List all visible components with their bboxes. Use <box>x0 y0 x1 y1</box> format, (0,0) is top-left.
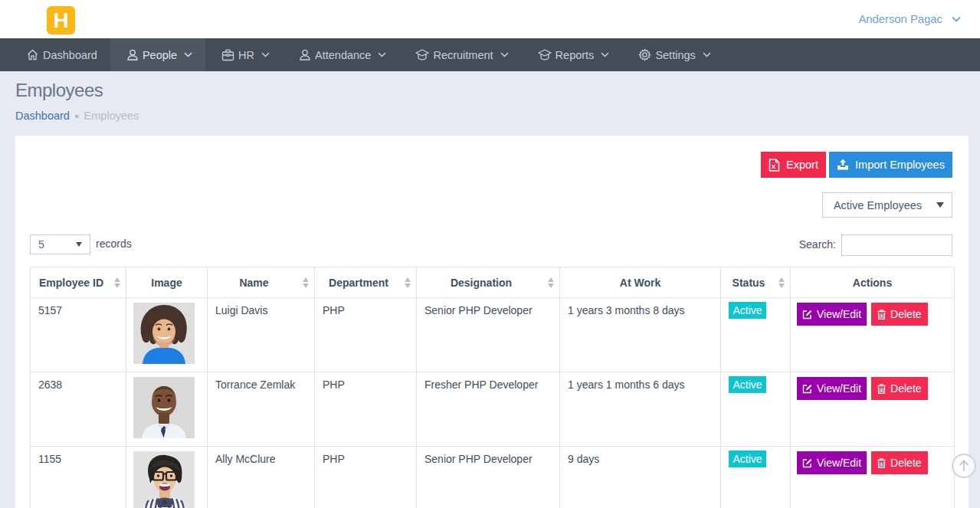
svg-text:x: x <box>772 162 775 170</box>
